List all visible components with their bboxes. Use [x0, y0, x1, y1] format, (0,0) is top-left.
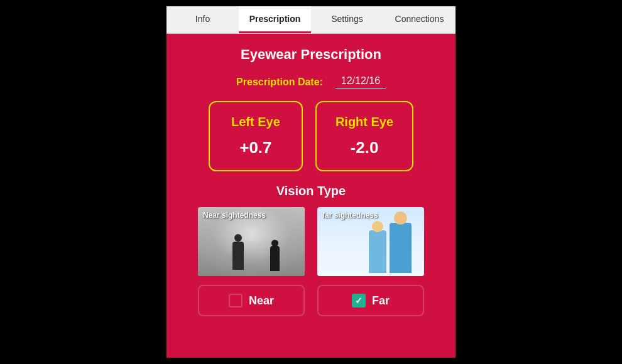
far-checkbox: ✓ [352, 294, 366, 308]
tab-info[interactable]: Info [166, 6, 239, 33]
right-eye-box: Right Eye -2.0 [315, 101, 413, 171]
left-eye-value: +0.7 [239, 138, 271, 158]
tab-bar: Info Prescription Settings Connections [166, 6, 456, 34]
far-button[interactable]: ✓ Far [317, 285, 424, 316]
prescription-date-row: Prescription Date: 12/12/16 [185, 75, 437, 88]
left-eye-label: Left Eye [231, 115, 280, 129]
near-button[interactable]: Near [198, 285, 305, 316]
far-image-label: far sightedness [322, 211, 378, 220]
left-eye-box: Left Eye +0.7 [209, 101, 303, 171]
prescription-date-label: Prescription Date: [236, 77, 323, 88]
near-button-label: Near [249, 294, 274, 308]
silhouette-2 [270, 246, 280, 271]
right-eye-label: Right Eye [336, 115, 393, 129]
vision-type-title: Vision Type [276, 184, 346, 198]
eyes-row: Left Eye +0.7 Right Eye -2.0 [185, 101, 437, 171]
far-button-label: Far [372, 294, 390, 308]
far-vision-image: far sightedness [317, 207, 424, 276]
phone-container: Info Prescription Settings Connections E… [166, 6, 456, 358]
page-title: Eyewear Prescription [241, 46, 381, 63]
tab-prescription[interactable]: Prescription [239, 6, 311, 33]
main-content: Eyewear Prescription Prescription Date: … [166, 34, 456, 358]
vision-buttons-row: Near ✓ Far [185, 285, 437, 316]
far-person-2 [369, 230, 386, 273]
vision-images-row: Near sightedness far sightedness [185, 207, 437, 276]
silhouette-1 [232, 242, 244, 270]
far-person-1 [390, 223, 412, 273]
near-checkbox [229, 294, 243, 308]
right-eye-value: -2.0 [351, 138, 379, 158]
prescription-date-value: 12/12/16 [336, 75, 386, 88]
near-image-label: Near sightedness [203, 211, 266, 220]
near-vision-image: Near sightedness [198, 207, 305, 276]
tab-settings[interactable]: Settings [311, 6, 383, 33]
tab-connections[interactable]: Connections [383, 6, 456, 33]
